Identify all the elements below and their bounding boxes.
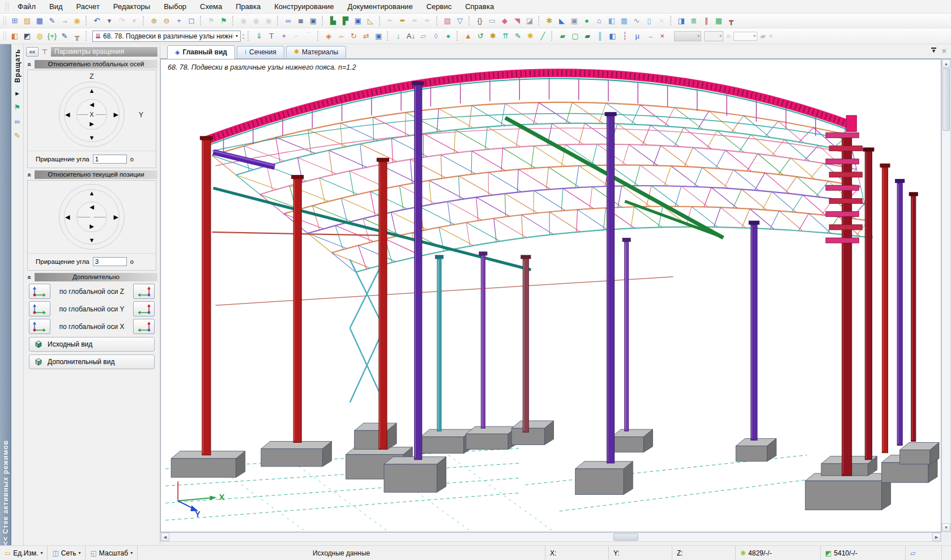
ring-icon[interactable]: ◍ xyxy=(34,31,45,42)
axis-orientation-left-button[interactable] xyxy=(29,301,50,317)
panel-collapse-button[interactable]: << xyxy=(26,47,39,57)
undo-icon[interactable]: ↶ xyxy=(91,15,103,27)
scroll-up-button[interactable]: ▲ xyxy=(942,59,950,68)
zoom-in-icon[interactable]: ⊕ xyxy=(148,15,160,27)
menu-item[interactable]: Схема xyxy=(193,1,229,12)
rotate-up-button[interactable]: ▲ xyxy=(88,87,96,95)
pan-icon[interactable]: + xyxy=(173,15,185,27)
mirror-icon[interactable]: ⇄ xyxy=(360,31,372,42)
tab-main-view[interactable]: ◈ Главный вид xyxy=(167,45,235,59)
active-mode-marker-icon[interactable]: ▸ xyxy=(14,89,21,97)
extrude-icon[interactable]: ◨ xyxy=(676,15,687,27)
filter-icon[interactable]: ▽ xyxy=(454,15,466,27)
visibility-1-icon[interactable]: ◉ xyxy=(238,15,249,27)
menu-item[interactable]: Конструирование xyxy=(267,1,340,12)
stack-collapse-label[interactable]: << Стек активных режимов xyxy=(2,50,10,545)
node-dimension-icon[interactable]: + xyxy=(278,31,289,42)
scroll-right-button[interactable]: ▶ xyxy=(932,533,941,541)
zoom-window-icon[interactable]: ◻ xyxy=(186,15,197,27)
menu-item[interactable]: Правка xyxy=(229,1,267,12)
tab-sections[interactable]: I Сечения xyxy=(237,46,284,58)
measure-icon[interactable]: ◺ xyxy=(365,15,376,27)
pattern-preview-combo[interactable]: ▾ xyxy=(704,31,723,41)
increment-angle-input-global[interactable] xyxy=(93,155,127,164)
menu-item[interactable]: Расчет xyxy=(70,1,106,12)
rotate-circle-icon[interactable]: ↺ xyxy=(475,31,486,42)
axis-orientation-left-button[interactable] xyxy=(29,319,50,334)
menu-item[interactable]: Выбор xyxy=(157,1,193,12)
diagram-icon[interactable]: ▙ xyxy=(327,15,339,27)
smooth-plate-icon[interactable]: ◊ xyxy=(430,31,441,42)
combo-caret-icon[interactable]: ▾ xyxy=(233,33,238,39)
rotate-down-button[interactable]: ▼ xyxy=(88,134,96,142)
mode-rotate-tab[interactable]: Вращать xyxy=(14,49,22,83)
add-node-icon[interactable]: ✱ xyxy=(544,15,555,27)
undo-caret-icon[interactable]: ▾ xyxy=(104,15,115,27)
menu-item[interactable]: Вид xyxy=(42,1,70,12)
pen-1-icon[interactable]: ✒ xyxy=(385,15,396,27)
axis-orientation-right-button[interactable] xyxy=(133,284,155,299)
tiles-blue-icon[interactable]: ◧ xyxy=(607,31,618,42)
duplicate-icon[interactable]: ▣ xyxy=(373,31,384,42)
add-frame-icon[interactable]: ⌂ xyxy=(594,15,605,27)
model-viewport[interactable]: 68. 78. Подвески в различные узлы нижнег… xyxy=(160,59,941,532)
collapse-section-icon[interactable]: « xyxy=(25,274,33,281)
pages-icon[interactable]: ▣ xyxy=(352,15,364,27)
rotate-ccw-button[interactable]: ◀ xyxy=(89,102,94,108)
node-star-icon[interactable]: ✱ xyxy=(524,31,536,42)
pen-3-icon[interactable]: ✒ xyxy=(422,15,433,27)
copy-icon[interactable]: ▣ xyxy=(569,15,580,27)
rotate-right-button[interactable]: ▶ xyxy=(113,110,120,119)
add-rigid-icon[interactable]: ▱ xyxy=(417,31,429,42)
eraser-icon[interactable]: ▭ xyxy=(487,15,498,27)
rotate-down-button[interactable]: ▼ xyxy=(88,236,96,245)
current-rotation-control[interactable]: ▲ ▼ ◀ ▶ ◀ ▶ xyxy=(59,184,125,250)
global-rotation-control[interactable]: ▲ ▼ ◀ ▶ ◀ X ▶ xyxy=(59,82,125,147)
mesh-select-icon[interactable]: ▦ xyxy=(713,15,724,27)
horizontal-scrollbar[interactable]: ◀ ▶ xyxy=(160,532,941,542)
save-icon[interactable]: ▦ xyxy=(34,15,45,27)
rotate-right-button[interactable]: ▶ xyxy=(113,213,120,221)
add-wall-icon[interactable]: ▯ xyxy=(643,15,655,27)
select-section-icon[interactable]: ◥ xyxy=(511,15,523,27)
project-variants-icon[interactable]: ◉ xyxy=(71,15,83,27)
loads-diagram-icon[interactable]: ▛ xyxy=(340,15,351,27)
menu-item[interactable]: Файл xyxy=(11,1,42,12)
zoom-out-icon[interactable]: ⊖ xyxy=(161,15,172,27)
move-elements-icon[interactable]: ◈ xyxy=(323,31,334,42)
menu-item[interactable]: Сервис xyxy=(420,1,459,12)
visibility-3-icon[interactable]: ◉ xyxy=(263,15,274,27)
beam-gray-icon[interactable]: ⌐ xyxy=(291,31,302,42)
plane2-green-icon[interactable]: ▰ xyxy=(582,31,593,42)
export-scheme-icon[interactable]: → xyxy=(59,15,70,27)
pen-2-icon[interactable]: ✒ xyxy=(410,15,421,27)
add-mesh-icon[interactable]: ▦ xyxy=(619,15,630,27)
rotate-cw-button[interactable]: ▶ xyxy=(89,224,94,229)
fragment-cube-icon[interactable]: ◧ xyxy=(9,31,20,42)
open-folder-icon[interactable]: ▨ xyxy=(22,15,33,27)
horizontal-scroll-thumb[interactable] xyxy=(613,533,638,541)
matrix-preview-combo[interactable]: ▾ xyxy=(674,31,701,41)
rotate-elements-icon[interactable]: ↻ xyxy=(348,31,359,42)
delete-icon[interactable]: × xyxy=(656,15,667,27)
menu-item[interactable]: Справка xyxy=(458,1,501,12)
visibility-2-icon[interactable]: ◉ xyxy=(250,15,262,27)
axis-orientation-left-button[interactable] xyxy=(29,284,50,299)
node-graph-icon[interactable]: × xyxy=(656,31,668,42)
current-load-combo[interactable]: ⇊ 68. 78. Подвески в различные узлы нижн… xyxy=(92,31,241,42)
value-combo[interactable]: ▾ xyxy=(733,32,757,41)
add-spiral-icon[interactable]: ∿ xyxy=(631,15,642,27)
cone-icon[interactable]: ▲ xyxy=(462,31,474,42)
glasses-icon[interactable]: ∞ xyxy=(283,15,294,27)
rods-icon[interactable]: ∥ xyxy=(701,15,712,27)
balls-icon[interactable]: ● xyxy=(442,31,454,42)
vertical-scroll-thumb[interactable] xyxy=(943,69,950,131)
stiffness-chart-icon[interactable]: µ xyxy=(632,31,643,42)
collapse-section-icon[interactable]: « xyxy=(25,172,33,178)
snapshot-icon[interactable]: ◙ xyxy=(295,15,306,27)
rotate-up-button[interactable]: ▲ xyxy=(88,189,96,198)
towers-cyan-icon[interactable]: ║ xyxy=(594,31,605,42)
rotate-ccw-button[interactable]: ◀ xyxy=(89,204,94,210)
redo-caret-icon[interactable]: ▾ xyxy=(129,15,140,27)
active-modes-stack-strip[interactable]: << Стек активных режимов xyxy=(0,44,11,545)
